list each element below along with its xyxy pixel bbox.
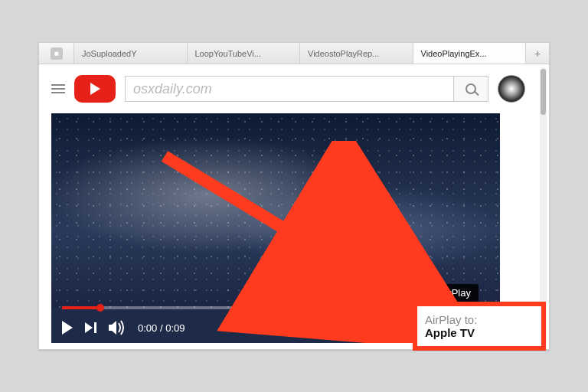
pinned-tab[interactable]: ■ [39, 43, 74, 64]
search-icon [466, 83, 476, 94]
site-header [51, 72, 525, 106]
time-current: 0:00 [138, 322, 157, 334]
tab-label: VideostoPlayRep... [308, 49, 379, 58]
hamburger-menu-icon[interactable] [51, 84, 65, 93]
callout-line2: Apple TV [425, 326, 534, 339]
volume-icon [109, 320, 126, 335]
time-total: 0:09 [165, 322, 185, 334]
user-avatar[interactable] [498, 75, 525, 103]
pinned-tab-icon: ■ [51, 47, 63, 60]
next-icon [85, 322, 96, 333]
tab-label: JoSuploadedY [82, 49, 137, 58]
tab-1[interactable]: LoopYouTubeVi... [188, 43, 301, 64]
play-icon [62, 321, 73, 335]
tab-label: VideoPlayingEx... [421, 49, 487, 58]
airplay-tooltip: AirPlay [432, 284, 479, 302]
progress-played [62, 306, 100, 309]
tab-bar: ■ JoSuploadedY LoopYouTubeVi... Videosto… [39, 43, 549, 64]
tab-0[interactable]: JoSuploadedY [74, 43, 188, 64]
youtube-logo[interactable] [74, 75, 116, 103]
search-input[interactable] [125, 76, 453, 102]
plus-icon: + [534, 47, 541, 60]
new-tab-button[interactable]: + [526, 43, 549, 64]
volume-button[interactable] [109, 320, 126, 335]
play-button[interactable] [62, 321, 73, 335]
next-button[interactable] [85, 322, 96, 333]
tab-2[interactable]: VideostoPlayRep... [300, 43, 413, 64]
callout-line1: AirPlay to: [425, 313, 534, 326]
tab-3[interactable]: VideoPlayingEx... [413, 43, 527, 64]
browser-window: ■ JoSuploadedY LoopYouTubeVi... Videosto… [38, 42, 550, 350]
play-triangle-icon [90, 83, 100, 95]
progress-handle[interactable] [96, 304, 104, 312]
tab-label: LoopYouTubeVi... [195, 49, 261, 58]
search-bar [125, 76, 488, 102]
airplay-callout: AirPlay to: Apple TV [413, 302, 546, 351]
svg-marker-0 [109, 321, 116, 335]
tooltip-text: AirPlay [439, 287, 471, 299]
time-display: 0:00 / 0:09 [138, 322, 185, 334]
video-canvas[interactable] [51, 113, 500, 308]
scrollbar-thumb[interactable] [541, 69, 546, 115]
search-button[interactable] [453, 76, 488, 102]
